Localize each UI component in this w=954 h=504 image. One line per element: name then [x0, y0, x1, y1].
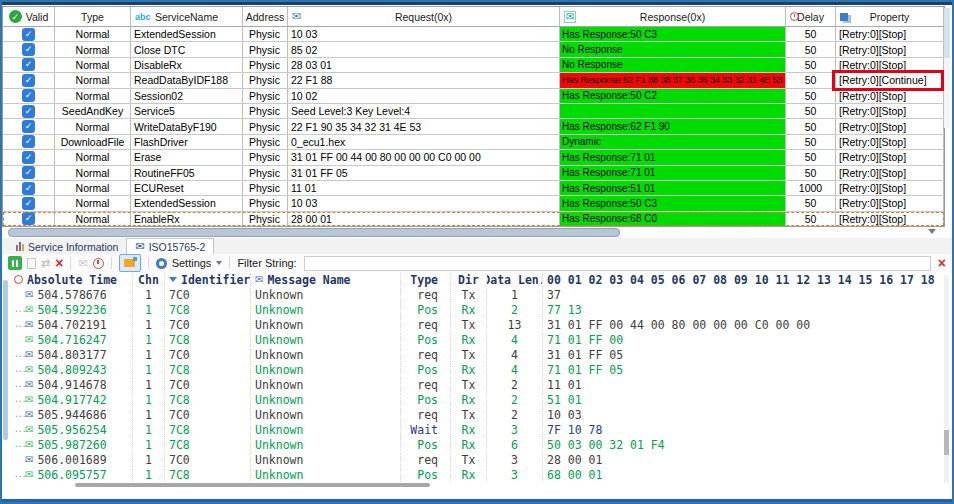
service-row[interactable]: ✓ Normal ECUReset Physic 11 01 Has Respo… — [3, 181, 944, 196]
expand-dots[interactable]: ... — [14, 305, 25, 314]
trace-row[interactable]: ... ✉ 504.803177 1 7C0 Unknown req Tx 4 … — [10, 347, 946, 362]
tab-iso15765-2[interactable]: ✉ ISO15765-2 — [126, 238, 214, 254]
pause-button[interactable] — [8, 256, 22, 270]
service-row[interactable]: ✓ SeedAndKey Service5 Physic Seed Level:… — [3, 104, 944, 119]
type-cell: req — [400, 348, 450, 362]
service-name-cell: EnableRx — [131, 212, 243, 226]
expand-dots[interactable]: ... — [14, 320, 25, 329]
message-name-cell: Unknown — [250, 348, 400, 362]
message-name-cell: Unknown — [250, 408, 400, 422]
service-row[interactable]: ✓ Normal Close DTC Physic 85 02 No Respo… — [3, 42, 944, 57]
trace-row[interactable]: ... ✉ 504.702191 1 7C0 Unknown req Tx 13… — [10, 317, 946, 332]
valid-checkbox[interactable]: ✓ — [22, 28, 35, 41]
swap-button[interactable]: ⇄ — [41, 258, 50, 269]
service-row[interactable]: ✓ Normal Session02 Physic 10 02 Has Resp… — [3, 89, 944, 104]
service-row[interactable]: ✓ Normal ExtendedSession Physic 10 03 Ha… — [3, 27, 944, 42]
trace-vertical-scrollbar[interactable] — [944, 275, 949, 483]
property-cell: [Retry:0][Stop] — [836, 212, 944, 226]
service-name-cell: ReadDataByIDF188 — [131, 73, 243, 87]
trace-row[interactable]: ... ✉ 505.956254 1 7C8 Unknown Wait Rx 3… — [10, 422, 946, 437]
trace-row[interactable]: ✉ 506.001689 1 7C0 Unknown req Tx 3 28 0… — [10, 452, 946, 467]
time-mode-button[interactable] — [93, 258, 104, 269]
service-table-horizontal-scrollbar[interactable] — [2, 227, 942, 237]
bar-chart-icon — [16, 242, 24, 251]
trace-row[interactable]: ... ✉ 505.987260 1 7C8 Unknown Pos Rx 6 … — [10, 437, 946, 452]
clear-button[interactable]: × — [55, 256, 63, 270]
trace-row[interactable]: ... ✉ 506.095757 1 7C8 Unknown Pos Rx 3 … — [10, 467, 946, 482]
message-view-toggle-button[interactable] — [119, 254, 141, 272]
expand-dots[interactable]: ... — [14, 350, 25, 359]
expand-dots[interactable]: ... — [14, 425, 25, 434]
service-row[interactable]: ✓ Normal WriteDataByF190 Physic 22 F1 90… — [3, 119, 944, 134]
request-cell: 22 F1 90 35 34 32 31 4E 53 — [288, 119, 560, 133]
trace-row[interactable]: ... ✉ 504.917742 1 7C8 Unknown Pos Rx 2 … — [10, 392, 946, 407]
trace-horizontal-scrollbar[interactable] — [10, 481, 946, 489]
service-row[interactable]: ✓ DownloadFile FlashDriver Physic 0_ecu1… — [3, 135, 944, 150]
valid-checkbox[interactable]: ✓ — [22, 105, 35, 118]
absolute-time-value: 504.914678 — [37, 378, 106, 392]
trace-row[interactable]: ... ✉ 504.592236 1 7C8 Unknown Pos Rx 2 … — [10, 302, 946, 317]
message-name-cell: Unknown — [250, 453, 400, 467]
settings-button[interactable]: Settings — [172, 257, 212, 269]
channel-cell: 1 — [132, 333, 164, 347]
response-cell: Has Response:50 C3 — [560, 27, 786, 41]
valid-checkbox[interactable]: ✓ — [22, 120, 35, 133]
channel-cell: 1 — [132, 288, 164, 302]
service-name-cell: FlashDriver — [131, 135, 243, 149]
property-cell: [Retry:0][Stop] — [836, 196, 944, 210]
service-row[interactable]: ✓ Normal DisableRx Physic 28 03 01 No Re… — [3, 58, 944, 73]
valid-cell: ✓ — [3, 73, 55, 87]
time-cell: ... ✉ 505.987260 — [10, 438, 132, 452]
scrollbar-thumb[interactable] — [8, 228, 620, 237]
filter-string-input[interactable] — [304, 256, 931, 271]
message-dropdown-button[interactable]: ✉ — [78, 258, 87, 269]
expand-dots[interactable]: ... — [14, 410, 25, 419]
trace-row[interactable]: ... ✉ 504.809243 1 7C8 Unknown Pos Rx 4 … — [10, 362, 946, 377]
valid-checkbox[interactable]: ✓ — [22, 166, 35, 179]
trace-row[interactable]: ... ✉ 504.914678 1 7C0 Unknown req Tx 2 … — [10, 377, 946, 392]
valid-checkbox[interactable]: ✓ — [22, 212, 35, 225]
valid-checkbox[interactable]: ✓ — [22, 74, 35, 87]
expand-dots[interactable]: ... — [14, 380, 25, 389]
valid-checkbox[interactable]: ✓ — [22, 135, 35, 148]
valid-checkbox[interactable]: ✓ — [22, 43, 35, 56]
service-row[interactable]: ✓ Normal EnableRx Physic 28 00 01 Has Re… — [3, 212, 944, 226]
service-name-cell: Session02 — [131, 89, 243, 103]
expand-dots[interactable]: ... — [14, 440, 25, 449]
trace-row[interactable]: ✉ 504.578676 1 7C0 Unknown req Tx 1 37 — [10, 287, 946, 302]
expand-dots[interactable]: ... — [14, 395, 25, 404]
copy-button[interactable] — [27, 258, 36, 269]
scrollbar-thumb[interactable] — [944, 8, 950, 58]
service-table-vertical-scrollbar[interactable] — [944, 8, 950, 128]
expand-dots[interactable]: ... — [14, 365, 25, 374]
service-row[interactable]: ✓ Normal ExtendedSession Physic 10 03 Ha… — [3, 196, 944, 211]
valid-checkbox[interactable]: ✓ — [22, 151, 35, 164]
address-cell: Physic — [243, 196, 288, 210]
service-row[interactable]: ✓ Normal Erase Physic 31 01 FF 00 44 00 … — [3, 150, 944, 165]
scrollbar-thumb[interactable] — [944, 430, 949, 455]
type-cell: Normal — [55, 166, 131, 180]
service-row[interactable]: ✓ Normal ReadDataByIDF188 Physic 22 F1 8… — [3, 73, 944, 88]
trace-left-scrollbar[interactable] — [3, 280, 8, 440]
data-length-cell: 4 — [486, 348, 542, 362]
message-icon: ✉ — [25, 335, 33, 345]
settings-dropdown-arrow-icon[interactable] — [216, 261, 222, 265]
valid-checkbox[interactable]: ✓ — [22, 197, 35, 210]
chevron-down-icon[interactable] — [928, 229, 936, 234]
gear-icon[interactable] — [156, 258, 167, 269]
message-name-cell: Unknown — [250, 438, 400, 452]
expand-dots[interactable]: ... — [14, 470, 25, 479]
trace-header: Absolute Time Chn Identifier ✉ Message N… — [10, 272, 946, 287]
service-row[interactable]: ✓ Normal RoutineFF05 Physic 31 01 FF 05 … — [3, 166, 944, 181]
valid-checkbox[interactable]: ✓ — [22, 58, 35, 71]
trace-row[interactable]: ✉ 504.716247 1 7C8 Unknown Pos Rx 4 71 0… — [10, 332, 946, 347]
valid-checkbox[interactable]: ✓ — [22, 182, 35, 195]
scrollbar-thumb[interactable] — [75, 483, 430, 487]
clear-filter-button[interactable]: × — [938, 256, 946, 270]
valid-checkbox[interactable]: ✓ — [22, 89, 35, 102]
type-cell: Pos — [400, 438, 450, 452]
tab-service-information[interactable]: Service Information — [8, 239, 126, 254]
direction-cell: Tx — [450, 288, 486, 302]
message-name-cell: Unknown — [250, 393, 400, 407]
trace-row[interactable]: ... ✉ 505.944686 1 7C0 Unknown req Tx 2 … — [10, 407, 946, 422]
